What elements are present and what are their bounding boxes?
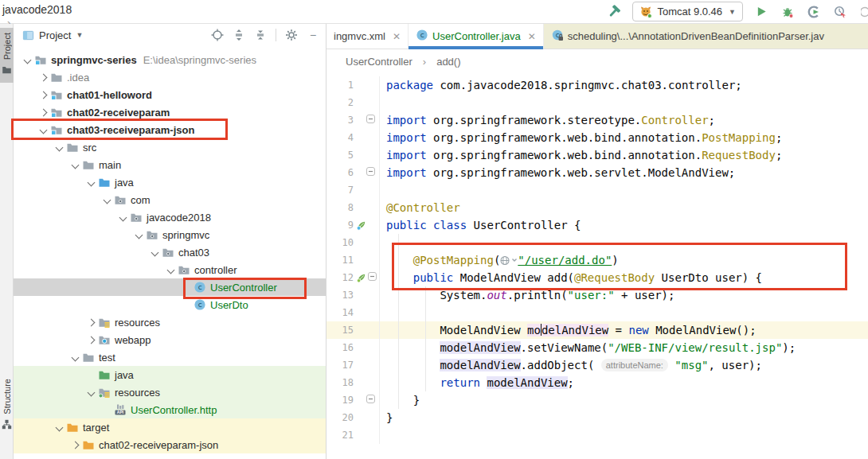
line-number[interactable]: 8	[326, 199, 355, 216]
tree-item-src[interactable]: src	[14, 138, 326, 156]
code-text[interactable]: public class UserController {	[379, 216, 868, 234]
close-tab-icon[interactable]: ✕	[393, 31, 401, 42]
code-line-19[interactable]: 19 }	[326, 391, 868, 409]
tool-window-tab-project[interactable]: Project	[0, 28, 14, 83]
chevron-expanded-icon[interactable]	[101, 194, 113, 206]
line-number[interactable]: 11	[326, 251, 355, 269]
gutter-marks[interactable]	[355, 321, 379, 339]
chevron-expanded-icon[interactable]	[165, 264, 177, 276]
line-number[interactable]: 3	[326, 111, 355, 129]
code-text[interactable]	[379, 426, 868, 444]
code-text[interactable]: modelAndView.setViewName("/WEB-INF/view/…	[379, 339, 868, 356]
line-number[interactable]: 14	[326, 304, 355, 321]
tool-window-tab-structure[interactable]: Structure	[0, 374, 14, 438]
tree-item-java[interactable]: java	[14, 173, 326, 191]
tree-item-chat02-receiveparam-json[interactable]: chat02-receiveparam-json	[14, 436, 326, 453]
line-number[interactable]: 20	[326, 409, 355, 426]
code-line-15[interactable]: 15 ModelAndView modelAndView = new Model…	[326, 321, 868, 339]
chevron-expanded-icon[interactable]	[53, 142, 65, 154]
tree-item-controller[interactable]: controller	[14, 261, 326, 278]
code-line-7[interactable]: 7	[326, 181, 868, 199]
tree-item-usercontroller-http[interactable]: APIUserController.http	[14, 401, 326, 418]
tree-item-springmvc[interactable]: springmvc	[14, 226, 326, 243]
hide-panel-icon[interactable]: −	[307, 29, 319, 41]
tree-item-java[interactable]: java	[14, 366, 326, 383]
code-editor[interactable]: 1package com.javacode2018.springmvc.chat…	[326, 73, 868, 459]
run-button[interactable]	[753, 4, 769, 20]
url-globe-icon[interactable]	[500, 254, 518, 266]
code-line-9[interactable]: 9public class UserController {	[326, 216, 868, 234]
code-text[interactable]: return modelAndView;	[379, 374, 868, 391]
line-number[interactable]: 7	[326, 181, 355, 199]
code-text[interactable]: }	[379, 391, 868, 409]
gutter-marks[interactable]	[355, 216, 379, 234]
chevron-expanded-icon[interactable]	[149, 247, 161, 259]
gutter-marks[interactable]	[355, 339, 379, 356]
code-line-17[interactable]: 17 modelAndView.addObject( attributeName…	[326, 356, 868, 374]
gutter-marks[interactable]	[355, 129, 379, 146]
code-line-21[interactable]: 21	[326, 426, 868, 444]
tree-item-com[interactable]: com	[14, 191, 326, 208]
tree-item-javacode2018[interactable]: javacode2018	[14, 208, 326, 226]
breadcrumb-item-javacode2018[interactable]: javacode2018	[2, 3, 90, 16]
gutter-marks[interactable]	[355, 304, 379, 321]
code-text[interactable]: public ModelAndView add(@RequestBody Use…	[379, 269, 868, 286]
chevron-expanded-icon[interactable]	[85, 387, 97, 399]
gutter-marks[interactable]	[355, 391, 379, 409]
chevron-collapsed-icon[interactable]	[85, 317, 97, 329]
coverage-button[interactable]	[806, 4, 822, 20]
tree-item-webapp[interactable]: webapp	[14, 331, 326, 348]
tree-item-chat03-receiveparam-json[interactable]: chat03-receiveparam-json	[14, 121, 326, 138]
gutter-marks[interactable]	[355, 94, 379, 111]
code-line-8[interactable]: 8@Controller	[326, 199, 868, 216]
build-hammer-icon[interactable]	[606, 4, 622, 20]
code-text[interactable]: }	[379, 409, 868, 426]
locate-file-icon[interactable]	[211, 29, 224, 41]
tree-item-chat03[interactable]: chat03	[14, 243, 326, 261]
code-text[interactable]: import org.springframework.stereotype.Co…	[379, 111, 868, 129]
line-number[interactable]: 13	[326, 286, 355, 304]
chevron-expanded-icon[interactable]	[85, 177, 97, 189]
line-number[interactable]: 1	[326, 76, 355, 94]
tree-item-usercontroller[interactable]: cUserController	[14, 278, 326, 296]
code-line-11[interactable]: 11 @PostMapping("/user/add.do")	[326, 251, 868, 269]
gutter-marks[interactable]	[355, 199, 379, 216]
line-number[interactable]: 21	[326, 426, 355, 444]
code-line-14[interactable]: 14	[326, 304, 868, 321]
code-text[interactable]: import org.springframework.web.servlet.M…	[379, 164, 868, 181]
code-line-12[interactable]: 12 public ModelAndView add(@RequestBody …	[326, 269, 868, 286]
tree-item--idea[interactable]: .idea	[14, 68, 326, 86]
chevron-collapsed-icon[interactable]	[37, 72, 49, 84]
code-line-4[interactable]: 4import org.springframework.web.bind.ann…	[326, 129, 868, 146]
chevron-collapsed-icon[interactable]	[37, 89, 49, 101]
breadcrumb-class[interactable]: UserController	[346, 56, 412, 68]
more-actions-button[interactable]	[858, 4, 868, 20]
gutter-marks[interactable]	[355, 234, 379, 251]
tree-item-target[interactable]: target	[14, 418, 326, 436]
line-number[interactable]: 16	[326, 339, 355, 356]
line-number[interactable]: 4	[326, 129, 355, 146]
line-number[interactable]: 9	[326, 216, 355, 234]
settings-gear-icon[interactable]	[285, 29, 298, 41]
code-text[interactable]	[379, 234, 868, 251]
breadcrumb-method[interactable]: add()	[436, 56, 460, 68]
editor-tab-scheduling-annotationdrivenbeandefinitionparser-jav[interactable]: cscheduling\...\AnnotationDrivenBeanDefi…	[544, 24, 868, 49]
tree-item-resources[interactable]: resources	[14, 383, 326, 401]
chevron-expanded-icon[interactable]	[133, 229, 145, 241]
code-text[interactable]: modelAndView.addObject( attributeName: "…	[379, 356, 868, 374]
gutter-marks[interactable]	[355, 146, 379, 164]
code-text[interactable]: import org.springframework.web.bind.anno…	[379, 129, 868, 146]
tree-item-springmvc-series[interactable]: springmvc-seriesE:\idea\springmvc-series	[14, 51, 326, 68]
code-line-6[interactable]: 6import org.springframework.web.servlet.…	[326, 164, 868, 181]
code-line-16[interactable]: 16 modelAndView.setViewName("/WEB-INF/vi…	[326, 339, 868, 356]
code-line-20[interactable]: 20}	[326, 409, 868, 426]
tree-item-userdto[interactable]: cUserDto	[14, 296, 326, 313]
chevron-collapsed-icon[interactable]	[37, 107, 49, 119]
code-text[interactable]: System.out.println("user:" + user);	[379, 286, 868, 304]
code-line-10[interactable]: 10	[326, 234, 868, 251]
chevron-expanded-icon[interactable]	[53, 422, 65, 434]
code-line-5[interactable]: 5import org.springframework.web.bind.ann…	[326, 146, 868, 164]
code-text[interactable]: @PostMapping("/user/add.do")	[379, 251, 868, 269]
line-number[interactable]: 18	[326, 374, 355, 391]
expand-all-icon[interactable]	[233, 29, 245, 41]
